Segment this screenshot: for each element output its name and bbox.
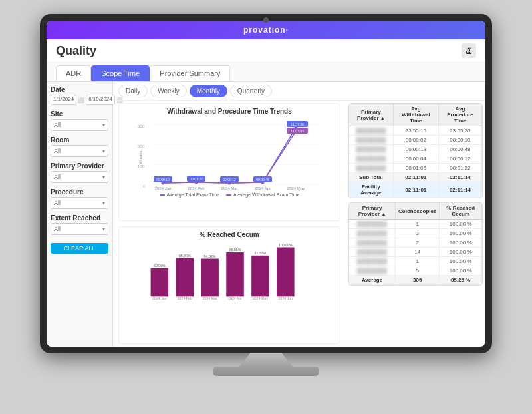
col-withdrawal-header: Avg Withdrawal Time bbox=[393, 104, 438, 126]
svg-text:91.33%: 91.33% bbox=[255, 251, 267, 255]
svg-text:11:57:38: 11:57:38 bbox=[291, 122, 304, 126]
tab-provider-summary[interactable]: Provider Summary bbox=[150, 65, 230, 81]
charts-tables-row: Withdrawal and Procedure Time Trends 0 1… bbox=[113, 101, 485, 347]
average-row: Average 305 85.25 % bbox=[349, 276, 482, 285]
sort-icon[interactable]: ▲ bbox=[380, 116, 385, 120]
tabs-bar: ADR Scope Time Provider Summary bbox=[47, 63, 485, 82]
monitor-stand-base bbox=[213, 367, 319, 376]
svg-text:2024 Apr: 2024 Apr bbox=[228, 296, 242, 300]
svg-text:300: 300 bbox=[138, 124, 145, 128]
svg-rect-46 bbox=[277, 247, 295, 296]
svg-text:96.55%: 96.55% bbox=[229, 248, 241, 252]
svg-rect-44 bbox=[251, 256, 269, 297]
filter-extent-label: Extent Reached bbox=[51, 214, 108, 222]
filter-procedure-group: Procedure All ▾ bbox=[51, 188, 108, 209]
page-title: Quality bbox=[56, 44, 96, 58]
table-row: ████████ 2 100.00 % bbox=[349, 238, 482, 248]
svg-text:00:00:12: 00:00:12 bbox=[223, 178, 236, 182]
blurred-provider: ████████ bbox=[356, 128, 386, 134]
date-to-input[interactable]: 6/19/2024 bbox=[86, 95, 115, 105]
clear-all-button[interactable]: CLEAR ALL bbox=[51, 243, 108, 254]
blurred-provider: ████████ bbox=[357, 258, 387, 264]
bar-chart-area: 62.96% 85.00% 84.62% bbox=[123, 241, 336, 301]
svg-text:2024 Feb: 2024 Feb bbox=[188, 186, 205, 190]
filter-room-label: Room bbox=[51, 136, 108, 144]
site-dropdown[interactable]: All ▾ bbox=[51, 119, 108, 131]
extent-dropdown[interactable]: All ▾ bbox=[51, 223, 108, 235]
svg-rect-40 bbox=[201, 259, 219, 297]
time-filter-row: Daily Weekly Monthly Quarterly bbox=[113, 82, 485, 101]
subtotal-row: Sub Total 02:11:01 02:11:14 bbox=[349, 173, 482, 182]
bar-chart-title: % Reached Cecum bbox=[123, 231, 336, 238]
filter-site-group: Site All ▾ bbox=[51, 110, 108, 131]
procedure-dropdown[interactable]: All ▾ bbox=[51, 197, 108, 209]
blurred-provider: ████████ bbox=[357, 221, 387, 227]
screen: provation· Quality 🖨 ADR Scope Time Prov… bbox=[47, 21, 485, 347]
svg-text:2024 Jan: 2024 Jan bbox=[152, 296, 167, 300]
table-row: ████████ 1 100.00 % bbox=[349, 257, 482, 266]
svg-rect-42 bbox=[226, 252, 244, 296]
sidebar-filters: Date 1/1/2024 ⬜ 6/19/2024 ⬜ Site All ▾ bbox=[47, 82, 113, 347]
withdrawal-table-wrapper: Primary Provider ▲ Avg Withdrawal Time A… bbox=[348, 103, 483, 198]
room-dropdown[interactable]: All ▾ bbox=[51, 145, 108, 157]
svg-text:2024 Feb: 2024 Feb bbox=[178, 296, 192, 300]
svg-text:0: 0 bbox=[143, 184, 146, 188]
table-row: ████████ 00:01:06 00:01:22 bbox=[349, 164, 482, 173]
col-cecum-header: % Reached Cecum bbox=[440, 203, 482, 220]
svg-text:2024 May: 2024 May bbox=[287, 186, 305, 190]
blurred-provider: ████████ bbox=[356, 137, 386, 143]
legend-withdrawal: Average Withdrawal Exam Time bbox=[226, 192, 299, 197]
table-row: ████████ 1 100.00 % bbox=[349, 220, 482, 229]
col-provider-cecum-header: Primary Provider ▲ bbox=[349, 203, 396, 220]
tab-scope-time[interactable]: Scope Time bbox=[91, 65, 150, 81]
monthly-button[interactable]: Monthly bbox=[190, 85, 227, 97]
line-chart-title: Withdrawal and Procedure Time Trends bbox=[123, 108, 336, 115]
monitor-camera bbox=[263, 17, 269, 23]
filter-date-group: Date 1/1/2024 ⬜ 6/19/2024 ⬜ bbox=[51, 86, 108, 105]
blurred-provider: ████████ bbox=[356, 165, 386, 171]
blurred-provider: ████████ bbox=[357, 230, 387, 236]
daily-button[interactable]: Daily bbox=[118, 85, 148, 97]
svg-text:85.00%: 85.00% bbox=[179, 254, 191, 258]
chevron-down-icon: ▾ bbox=[102, 226, 105, 232]
svg-text:62.96%: 62.96% bbox=[154, 264, 166, 268]
svg-rect-38 bbox=[176, 258, 194, 297]
date-from-input[interactable]: 1/1/2024 bbox=[51, 95, 76, 105]
chevron-down-icon: ▾ bbox=[102, 148, 105, 154]
col-provider-header: Primary Provider ▲ bbox=[349, 104, 393, 126]
col-colonoscopies-header: Colonoscopies bbox=[396, 203, 440, 220]
line-chart-svg: 0 100 200 300 bbox=[123, 118, 336, 191]
col-procedure-header: Avg Procedure Time bbox=[438, 104, 481, 126]
main-content: Date 1/1/2024 ⬜ 6/19/2024 ⬜ Site All ▾ bbox=[47, 82, 485, 347]
table-row: ████████ 23:55:15 23:55:20 bbox=[349, 126, 482, 136]
chevron-down-icon: ▾ bbox=[102, 200, 105, 206]
withdrawal-table: Primary Provider ▲ Avg Withdrawal Time A… bbox=[349, 104, 482, 198]
print-button[interactable]: 🖨 bbox=[462, 43, 476, 58]
line-chart-legend: Average Total Exam Time Average Withdraw… bbox=[123, 192, 336, 197]
svg-text:11:07:43: 11:07:43 bbox=[291, 129, 304, 133]
svg-text:84.62%: 84.62% bbox=[204, 254, 216, 258]
app-logo: provation· bbox=[243, 25, 289, 35]
tab-adr[interactable]: ADR bbox=[56, 65, 91, 81]
table-row: ████████ 2 100.00 % bbox=[349, 229, 482, 238]
legend-exam: Average Total Exam Time bbox=[160, 192, 220, 197]
svg-text:00:00:10: 00:00:10 bbox=[156, 178, 170, 182]
filter-provider-group: Primary Provider All ▾ bbox=[51, 162, 108, 183]
bar-chart-container: % Reached Cecum 62.96% bbox=[118, 226, 340, 344]
filter-date-label: Date bbox=[51, 86, 108, 93]
filter-site-label: Site bbox=[51, 110, 108, 118]
line-chart-container: Withdrawal and Procedure Time Trends 0 1… bbox=[118, 103, 340, 221]
facility-row: Facility Average 02:11:01 02:11:14 bbox=[349, 182, 482, 198]
svg-text:2024 Apr: 2024 Apr bbox=[255, 186, 271, 190]
svg-text:00:00:48: 00:00:48 bbox=[256, 178, 269, 182]
cecum-table: Primary Provider ▲ Colonoscopies % Reach… bbox=[349, 203, 482, 285]
filter-extent-group: Extent Reached All ▾ bbox=[51, 214, 108, 235]
sort-icon[interactable]: ▲ bbox=[381, 212, 386, 216]
provider-dropdown[interactable]: All ▾ bbox=[51, 171, 108, 183]
cecum-table-wrapper: Primary Provider ▲ Colonoscopies % Reach… bbox=[348, 202, 483, 286]
blurred-provider: ████████ bbox=[357, 240, 387, 246]
quarterly-button[interactable]: Quarterly bbox=[230, 85, 272, 97]
svg-rect-36 bbox=[151, 268, 169, 297]
line-chart-area: 0 100 200 300 bbox=[123, 118, 336, 191]
weekly-button[interactable]: Weekly bbox=[150, 85, 187, 97]
